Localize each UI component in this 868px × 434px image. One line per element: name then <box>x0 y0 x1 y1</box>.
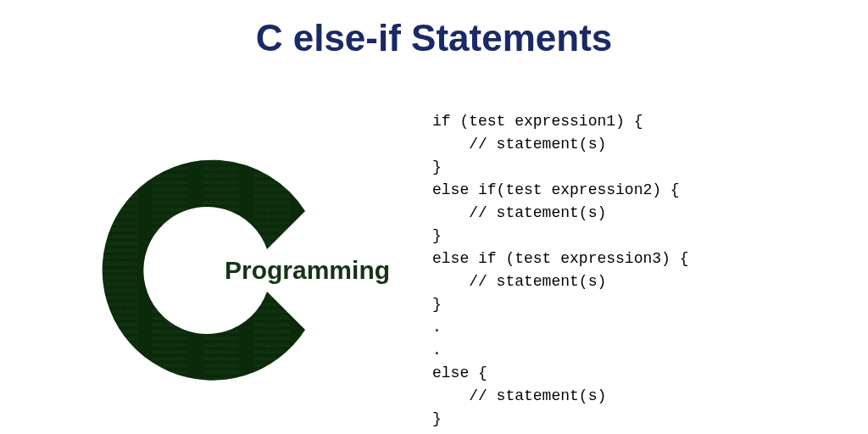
c-programming-logo: 01011010110101 Programming <box>102 152 339 389</box>
programming-text: Programming <box>225 256 390 285</box>
code-section: if (test expression1) { // statement(s) … <box>432 85 826 431</box>
page-title: C else-if Statements <box>0 0 868 85</box>
logo-section: 01011010110101 Programming <box>42 85 398 431</box>
code-block: if (test expression1) { // statement(s) … <box>432 110 826 431</box>
content-area: 01011010110101 Programming if (test expr… <box>0 85 868 431</box>
